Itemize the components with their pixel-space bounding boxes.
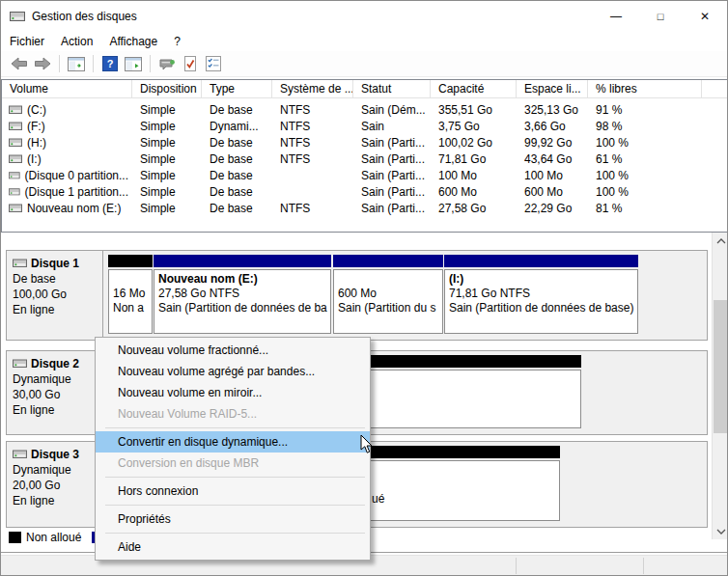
- volume-cell: 43,64 Go: [517, 152, 588, 166]
- volume-row[interactable]: (Disque 0 partition... SimpleDe baseSain…: [2, 167, 728, 183]
- titlebar: Gestion des disques — □ ✕: [1, 1, 727, 32]
- column-header-statut[interactable]: Statut: [353, 80, 431, 97]
- volume-row[interactable]: (H:) SimpleDe baseNTFSSain (Parti...100,…: [2, 134, 728, 151]
- volume-cell: Nouveau nom (E:): [2, 202, 132, 215]
- volume-cell: 27,58 Go: [431, 202, 517, 215]
- volume-cell: Simple: [132, 185, 202, 199]
- volume-cell: 98 %: [588, 120, 702, 133]
- minimize-button[interactable]: —: [594, 1, 638, 32]
- partition[interactable]: (I:) 71,81 Go NTFS Sain (Partition de do…: [444, 255, 638, 338]
- volume-cell: Sain (Parti...: [353, 136, 431, 150]
- volume-cell: (Disque 0 partition...: [2, 169, 132, 182]
- volume-cell: 22,29 Go: [517, 202, 588, 215]
- window-controls: — □ ✕: [594, 1, 727, 32]
- context-menu: Nouveau volume fractionné...Nouveau volu…: [95, 337, 371, 561]
- partition[interactable]: Nouveau nom (E:) 27,58 Go NTFS Sain (Par…: [154, 255, 331, 338]
- menubar-item-fichier[interactable]: Fichier: [10, 33, 53, 51]
- forward-arrow-icon[interactable]: [31, 53, 54, 74]
- volume-cell: Sain: [353, 120, 431, 133]
- volume-cell: Dynami...: [202, 120, 272, 133]
- drive-icon: [9, 187, 20, 197]
- toolbar: ?: [1, 51, 727, 77]
- volume-row[interactable]: Nouveau nom (E:) SimpleDe baseNTFSSain (…: [2, 200, 728, 216]
- context-menu-item-nouveau-volume-fractionn[interactable]: Nouveau volume fractionné...: [96, 340, 370, 361]
- help-icon[interactable]: ?: [98, 53, 122, 74]
- disk-type: De base: [13, 271, 100, 287]
- scroll-down-icon[interactable]: [713, 523, 728, 539]
- context-menu-item-propri-t-s[interactable]: Propriétés: [96, 508, 370, 530]
- volume-row[interactable]: (F:) SimpleDynami...NTFSSain3,75 Go3,66 …: [2, 118, 728, 134]
- back-arrow-icon[interactable]: [8, 53, 31, 74]
- disk-name: Disque 3: [31, 447, 79, 462]
- disk-header[interactable]: Disque 3 Dynamique 20,00 Go En ligne: [7, 442, 103, 527]
- disk-header[interactable]: Disque 2 Dynamique 30,00 Go En ligne: [7, 351, 103, 434]
- menubar: FichierActionAffichage?: [1, 32, 727, 51]
- task-list-icon[interactable]: [202, 53, 225, 74]
- volume-cell: Sain (Dém...: [353, 103, 431, 117]
- disk-header[interactable]: Disque 1 De base 100,00 Go En ligne: [7, 251, 103, 340]
- vertical-scrollbar[interactable]: [712, 233, 728, 539]
- volume-cell: Sain (Parti...: [353, 152, 431, 166]
- disk-size: 20,00 Go: [13, 478, 100, 493]
- disk-name: Disque 2: [31, 356, 79, 371]
- volume-cell: (I:): [2, 152, 132, 166]
- close-button[interactable]: ✕: [683, 1, 727, 32]
- partition-color-bar: [444, 255, 638, 267]
- maximize-button[interactable]: □: [638, 1, 683, 32]
- partition[interactable]: 600 Mo Sain (Partition du s: [333, 255, 443, 338]
- volume-cell: 100,02 Go: [431, 136, 517, 150]
- scroll-up-icon[interactable]: [713, 233, 728, 249]
- context-menu-item-hors-connexion[interactable]: Hors connexion: [96, 480, 370, 502]
- partition-body: (I:) 71,81 Go NTFS Sain (Partition de do…: [444, 269, 638, 334]
- volume-cell: De base: [202, 136, 272, 150]
- drive-icon: [9, 154, 22, 164]
- drive-icon: [9, 138, 22, 148]
- column-header-type[interactable]: Type: [202, 80, 272, 97]
- volume-cell: 91 %: [588, 103, 702, 117]
- console-tree-icon[interactable]: [65, 53, 88, 74]
- window-title: Gestion des disques: [32, 10, 137, 23]
- volume-cell: 81 %: [588, 202, 702, 215]
- column-header-disposition[interactable]: Disposition: [132, 80, 202, 97]
- toolbar-separator: [150, 55, 151, 72]
- volume-cell: (H:): [2, 136, 132, 150]
- context-menu-item-nouveau-volume-agr-g-par-bandes[interactable]: Nouveau volume agrégé par bandes...: [96, 361, 370, 382]
- context-menu-item-aide[interactable]: Aide: [96, 536, 370, 558]
- volume-cell: Sain (Parti...: [353, 202, 431, 215]
- volume-cell: NTFS: [272, 103, 353, 117]
- partition[interactable]: 16 Mo Non a: [108, 255, 153, 338]
- partition-color-bar: [154, 255, 331, 267]
- volume-cell: 100 %: [588, 169, 702, 182]
- context-menu-item-nouveau-volume-raid-5[interactable]: Nouveau Volume RAID-5...: [96, 403, 370, 425]
- column-header-volume[interactable]: Volume: [2, 80, 132, 97]
- volume-cell: De base: [202, 152, 272, 166]
- disk-type: Dynamique: [13, 462, 100, 478]
- context-menu-item-convertir-en-disque-dynamique[interactable]: Convertir en disque dynamique...: [96, 431, 370, 453]
- volume-cell: 61 %: [588, 152, 702, 166]
- partition-status: Sain (Partition du s: [338, 301, 442, 315]
- context-menu-item-nouveau-volume-en-miroir[interactable]: Nouveau volume en miroir...: [96, 382, 370, 403]
- column-header-libres[interactable]: % libres: [588, 80, 702, 97]
- disk-status: En ligne: [13, 402, 100, 418]
- disk-management-window: Gestion des disques — □ ✕ FichierActionA…: [0, 0, 728, 576]
- menubar-item-action[interactable]: Action: [61, 33, 101, 51]
- volume-cell: Simple: [132, 103, 202, 117]
- column-header-syst-me-de[interactable]: Système de ...: [272, 80, 353, 97]
- volume-row[interactable]: (C:) SimpleDe baseNTFSSain (Dém...355,51…: [2, 101, 728, 118]
- column-header-espace-li[interactable]: Espace li...: [517, 80, 588, 97]
- column-header-capacit[interactable]: Capacité: [431, 80, 517, 97]
- context-menu-item-conversion-en-disque-mbr[interactable]: Conversion en disque MBR: [96, 453, 370, 474]
- volume-row[interactable]: (I:) SimpleDe baseNTFSSain (Parti...71,8…: [2, 151, 728, 167]
- show-hide-panes-icon[interactable]: [122, 53, 145, 74]
- toolbar-separator: [59, 55, 60, 72]
- partition-size: 600 Mo: [338, 287, 442, 301]
- menubar-item-affichage[interactable]: Affichage: [109, 33, 166, 51]
- action-popup-icon[interactable]: [155, 53, 179, 74]
- scrollbar-thumb[interactable]: [714, 300, 728, 433]
- check-document-icon[interactable]: [179, 53, 202, 74]
- volume-cell: De base: [202, 185, 272, 199]
- partition-label: [338, 272, 442, 287]
- volume-cell: 99,92 Go: [517, 136, 588, 150]
- volume-row[interactable]: (Disque 1 partition... SimpleDe baseSain…: [2, 183, 728, 200]
- menubar-item-item[interactable]: ?: [174, 33, 189, 51]
